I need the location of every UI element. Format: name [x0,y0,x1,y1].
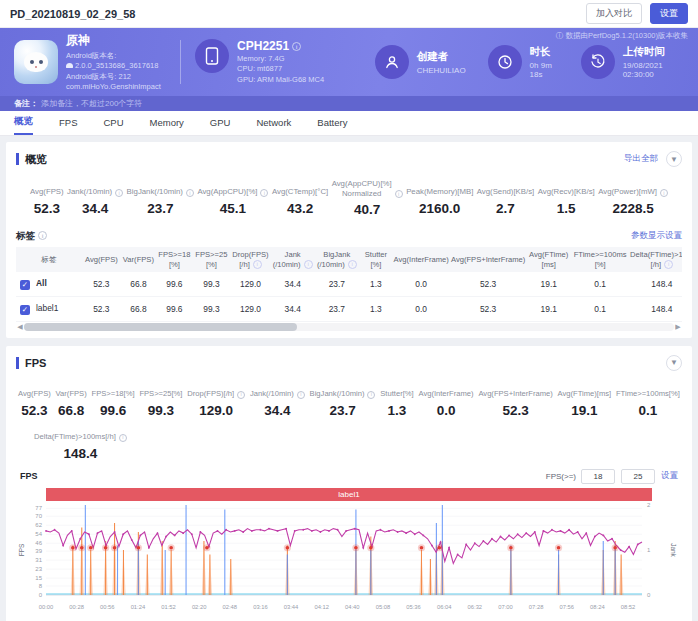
info-icon[interactable]: i [395,190,403,198]
svg-text:07:28: 07:28 [529,604,544,610]
fps-threshold-input-2[interactable] [621,469,655,484]
overview-title: 概览 [25,152,624,167]
metric-value: 45.1 [197,201,268,216]
column-header: FTime>=100ms [%] [571,247,629,271]
metric-value: 2160.0 [406,201,473,216]
svg-text:02:48: 02:48 [223,604,238,610]
metric: BigJank(/10min)i23.7 [310,381,376,418]
device-info-icon[interactable]: i [292,42,301,51]
upload-time-block: 上传时间 19/08/2021 02:30:00 [581,45,684,79]
metric-value: 52.3 [18,403,51,418]
table-cell: 129.0 [230,296,271,321]
metric: Jank(/10min)i34.4 [67,179,123,217]
metric: Drop(FPS)[/h]i129.0 [187,381,245,418]
fps-threshold-input-1[interactable] [581,469,615,484]
column-header: Avg(FPS) [82,247,121,271]
row-label: label1 [36,303,58,313]
app-build: Android版本号: 212 [66,72,161,82]
hscroll-thumb[interactable] [24,323,297,331]
metric: BigJank(/10min)i23.7 [127,179,194,217]
remark-bar[interactable]: 备注： 添加备注，不超过200个字符 [0,96,698,111]
scroll-left-arrow[interactable]: ◀ [16,323,24,331]
row-checkbox[interactable]: ✓ [20,280,30,290]
column-header: Avg(InterFrame) [392,247,450,271]
table-cell: 1.3 [359,296,392,321]
metric-value: 129.0 [187,403,245,418]
settings-button[interactable]: 设置 [650,3,688,24]
info-icon[interactable]: i [304,260,313,269]
metric: Avg(Power)[mW]i2228.5 [598,179,668,217]
add-to-compare-button[interactable]: 加入对比 [586,3,642,24]
game-app-icon [14,40,58,84]
table-row: ✓label152.366.899.699.3129.034.423.71.30… [16,296,682,321]
svg-text:46: 46 [35,540,42,546]
fps-metrics-row2: Delta(FTime)>100ms[/h]i148.4 [16,422,682,467]
table-hscrollbar: ◀ ▶ [16,323,682,332]
tab-network[interactable]: Network [256,111,291,135]
metric-value: 19.1 [558,403,612,418]
param-display-settings-link[interactable]: 参数显示设置 [631,230,682,242]
info-icon[interactable]: i [367,391,375,399]
clock-icon [488,45,522,79]
info-icon[interactable]: i [297,391,305,399]
info-icon[interactable]: i [115,189,123,197]
svg-text:70: 70 [35,513,42,519]
row-checkbox[interactable]: ✓ [20,305,30,315]
table-cell: 0.1 [571,296,629,321]
metric: Avg(FPS)52.3 [18,381,51,418]
svg-text:54: 54 [35,531,42,537]
column-header: Drop(FPS) [/h]i [230,247,271,271]
metric-value: 40.7 [332,202,403,217]
info-icon[interactable]: i [660,189,668,197]
table-cell: 0.0 [392,272,450,297]
tab-cpu[interactable]: CPU [103,111,123,135]
svg-text:08:52: 08:52 [621,604,636,610]
top-bar: PD_20210819_02_29_58 加入对比 设置 [0,0,698,28]
upload-time-label: 上传时间 [623,45,684,59]
column-header: Avg(FTime) [ms] [526,247,571,271]
info-icon[interactable]: i [253,260,262,269]
tab-概览[interactable]: 概览 [14,109,33,135]
metric: FTime>=100ms[%]0.1 [616,381,680,418]
column-header: Delta(FTime)>100ms [/h]i [629,247,682,271]
overview-card: 概览 导出全部 ▼ Avg(FPS)52.3Jank(/10min)i34.4B… [6,142,692,338]
app-version-label: Android版本名: [66,51,161,61]
tags-info-icon[interactable]: i [38,231,47,240]
info-icon[interactable]: i [664,260,673,269]
tab-gpu[interactable]: GPU [210,111,231,135]
metric-value: 1.5 [538,201,595,216]
table-cell: 66.8 [121,296,156,321]
table-cell: 34.4 [271,272,314,297]
metric: Avg(CTemp)[°C]43.2 [272,179,328,217]
chart-settings-link[interactable]: 设置 [661,470,678,482]
svg-text:0: 0 [647,592,651,598]
export-all-link[interactable]: 导出全部 [624,153,658,165]
chart-title-fps: FPS [20,471,546,481]
info-icon[interactable]: i [119,434,127,442]
svg-text:2: 2 [647,502,651,508]
device-memory: Memory: 7.4G [237,54,324,65]
metric-value: 34.4 [250,403,305,418]
fps-collapse-button[interactable]: ▼ [666,355,682,371]
table-cell: 99.6 [156,296,193,321]
android-icon [66,63,73,68]
info-icon[interactable]: i [260,189,268,197]
info-icon[interactable]: i [348,260,357,269]
overview-collapse-button[interactable]: ▼ [666,151,682,167]
metric-value: 0.0 [418,403,473,418]
info-icon[interactable]: i [186,189,194,197]
svg-text:Jank: Jank [670,543,677,557]
table-cell: 99.6 [156,272,193,297]
creator-block: 创建者 CHEHUILIAO [375,45,466,79]
column-header: Stutter [%] [359,247,392,271]
info-icon[interactable]: i [237,391,245,399]
tab-fps[interactable]: FPS [59,111,77,135]
svg-text:03:16: 03:16 [253,604,268,610]
metric: Jank(/10min)i34.4 [250,381,305,418]
scroll-right-arrow[interactable]: ▶ [674,323,682,331]
tab-battery[interactable]: Battery [317,111,347,135]
svg-text:00:56: 00:56 [100,604,115,610]
tab-memory[interactable]: Memory [150,111,184,135]
creator-icon [375,45,409,79]
svg-text:01:24: 01:24 [131,604,146,610]
